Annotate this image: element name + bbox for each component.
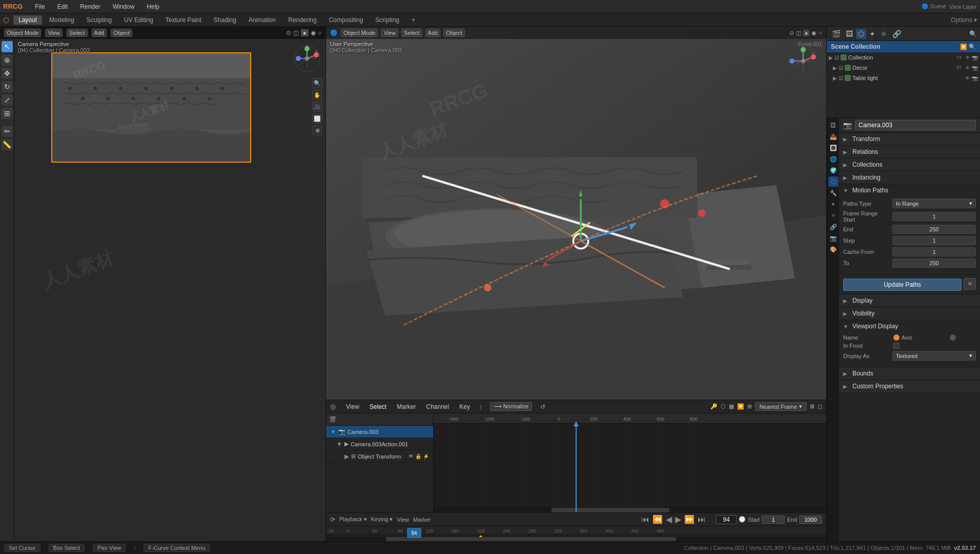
tab-add[interactable]: + (406, 15, 420, 25)
cursor-tool-btn[interactable]: ⊕ (2, 54, 13, 66)
section-relations-header[interactable]: ▶ Relations (839, 146, 980, 158)
fcurve-menu-btn[interactable]: F-Curve Context Menu (144, 544, 210, 552)
camera-view-btn[interactable]: 🎥 (312, 102, 322, 112)
props-icon-material[interactable]: 🎨 (828, 244, 839, 254)
select-tool-btn[interactable]: ↖ (2, 41, 13, 52)
left-view-btn[interactable]: View (45, 29, 63, 37)
section-visibility-header[interactable]: ▶ Visibility (839, 307, 980, 320)
jump-end-btn[interactable]: ⏭ (698, 515, 706, 524)
frame-numbers-bar[interactable]: -20 0 40 80 94 120 160 200 240 280 32 (326, 526, 826, 541)
frame-range-bar[interactable]: -20 0 40 80 94 120 160 200 240 280 32 (326, 526, 826, 541)
left-shading-render[interactable]: ○ (318, 29, 321, 36)
right-select-btn[interactable]: Select (401, 29, 422, 37)
tablelight-cam[interactable]: 📷 (972, 75, 978, 81)
coll-vis[interactable]: 👁 (965, 55, 970, 61)
playback-marker-btn[interactable]: Marker (413, 517, 431, 523)
outline-tablelight-item[interactable]: ▶ ☑ Table light 👁 📷 (827, 73, 980, 83)
coll-checkbox[interactable]: ☑ (834, 55, 839, 61)
left-mode-selector[interactable]: Object Mode (4, 29, 41, 37)
menu-file[interactable]: File (32, 2, 48, 11)
props-icon-constraints[interactable]: 🔗 (828, 222, 839, 232)
tab-texture-paint[interactable]: Texture Paint (160, 15, 207, 25)
section-bounds-header[interactable]: ▶ Bounds (839, 367, 980, 380)
cache-to-value[interactable]: 250 (892, 259, 976, 268)
channel-expand-3[interactable]: ▶ (344, 453, 349, 460)
menu-help[interactable]: Help (144, 2, 162, 11)
section-instancing-header[interactable]: ▶ Instancing (839, 171, 980, 184)
right-solid-shading[interactable]: ● (803, 30, 809, 36)
move-tool-btn[interactable]: ✥ (2, 68, 13, 79)
icon-physics[interactable]: ⚛ (879, 29, 889, 39)
props-icon-modifier[interactable]: 🔧 (828, 188, 839, 198)
nearest-frame-dropdown[interactable]: Nearest Frame ▾ (755, 402, 807, 411)
orient-btn[interactable]: ⊕ (312, 125, 322, 135)
frame-range-start-value[interactable]: 1 (892, 212, 976, 221)
outline-decor-item[interactable]: ▶ ☑ Decor 87 👁 📷 (827, 63, 980, 73)
pan-view-btn[interactable]: Pan View (93, 544, 126, 552)
tab-rendering[interactable]: Rendering (283, 15, 321, 25)
box-select-btn[interactable]: Box Select (49, 544, 85, 552)
jump-start-btn[interactable]: ⏮ (641, 515, 649, 524)
channel-camera-003[interactable]: ▼ 📷 Camera.003 (326, 426, 433, 438)
timeline-select-btn[interactable]: Select (368, 402, 389, 411)
icon-object-active[interactable]: ⬡ (856, 29, 866, 39)
right-mode-icon[interactable]: 🔵 (330, 29, 338, 36)
rotate-tool-btn[interactable]: ↻ (2, 81, 13, 92)
play-back-btn[interactable]: ◀ (666, 515, 672, 524)
right-3d-viewport[interactable]: 🔵 Object Mode View Select Add Object ⊙ ◫… (326, 27, 826, 400)
frame-scrollbar-thumb[interactable] (386, 537, 676, 541)
coll-cam[interactable]: 📷 (972, 55, 978, 61)
channel-action[interactable]: ▼ ▶ Camera.003Action.001 (326, 438, 433, 450)
decor-vis[interactable]: 👁 (965, 65, 970, 71)
panel-search[interactable]: 🔍 (969, 30, 977, 37)
timeline-scrollbar[interactable] (434, 507, 826, 512)
timeline-view-btn[interactable]: View (344, 402, 361, 411)
right-nav-gizmo[interactable]: X Y Z (787, 45, 820, 78)
section-motion-paths-header[interactable]: ▼ Motion Paths (839, 184, 980, 196)
left-shading-material[interactable]: ◉ (311, 29, 316, 36)
timeline-icon-7[interactable]: ◻ (818, 403, 822, 410)
timeline-icon-6[interactable]: ⊠ (810, 403, 814, 410)
tablelight-checkbox[interactable]: ☑ (839, 75, 843, 81)
right-xray-toggle[interactable]: ◫ (796, 30, 801, 36)
engine-selector[interactable]: 🔵 Scene (922, 3, 946, 10)
current-frame-input[interactable] (716, 515, 737, 524)
channel-vis-icons[interactable]: 👁 🔒 ⚡ (409, 453, 429, 459)
tab-animation[interactable]: Animation (243, 15, 281, 25)
end-frame-input[interactable] (799, 516, 822, 524)
left-overlay-toggle[interactable]: ⊙ (286, 29, 291, 36)
tab-sculpting[interactable]: Sculpting (81, 15, 117, 25)
left-xray-toggle[interactable]: ◫ (293, 29, 299, 36)
timeline-icon-5[interactable]: ⊞ (747, 403, 752, 410)
channel-expand-1[interactable]: ▼ (330, 428, 336, 436)
right-material-shading[interactable]: ◉ (811, 30, 816, 36)
tablelight-vis[interactable]: 👁 (965, 75, 970, 81)
tab-uv-editing[interactable]: UV Editing (119, 15, 158, 25)
icon-particles[interactable]: ✦ (867, 29, 877, 39)
annotate-btn[interactable]: ✏ (2, 126, 13, 137)
step-back-btn[interactable]: ⏪ (652, 515, 663, 524)
right-mode-selector[interactable]: Object Mode (341, 29, 378, 37)
object-name-input[interactable] (855, 120, 976, 130)
outliner-filter[interactable]: 🔽 (960, 44, 967, 50)
step-fwd-btn[interactable]: ⏩ (684, 515, 695, 524)
timeline-key-btn[interactable]: Key (457, 402, 472, 411)
measure-btn[interactable]: 📏 (2, 139, 13, 150)
frame-scrollbar[interactable] (326, 537, 826, 541)
section-viewport-display-header[interactable]: ▼ Viewport Display (839, 320, 980, 332)
tab-layout[interactable]: Layout (13, 15, 42, 25)
timeline-icon-4[interactable]: 🔽 (737, 403, 744, 410)
current-frame-marker[interactable]: 94 (407, 528, 421, 538)
channel-transform[interactable]: ▶ ⊞ Object Transform 👁 🔒 ⚡ (326, 450, 433, 463)
name-dot[interactable] (893, 334, 900, 341)
timeline-channel-btn[interactable]: Channel (424, 402, 452, 411)
start-frame-input[interactable] (762, 516, 785, 524)
playback-view-btn[interactable]: View (397, 517, 409, 523)
coll-expand[interactable]: ▶ (829, 55, 833, 61)
scale-tool-btn[interactable]: ⤢ (2, 94, 13, 106)
tab-modeling[interactable]: Modeling (44, 15, 79, 25)
right-render-shading[interactable]: ○ (819, 30, 822, 36)
zoom-camera-btn[interactable]: 🔍 (312, 78, 322, 88)
timeline-marker-btn[interactable]: Marker (395, 402, 418, 411)
frame-range-end-value[interactable]: 250 (892, 225, 976, 234)
